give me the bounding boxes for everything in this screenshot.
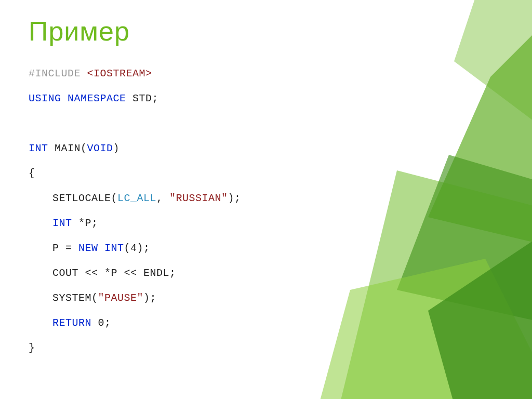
code-line-ptr-decl: int *p; <box>29 211 532 236</box>
int-keyword: int <box>29 142 48 154</box>
return-keyword: return <box>52 317 91 329</box>
system-call: system( <box>52 292 98 304</box>
setlocale-comma: , <box>156 192 169 204</box>
using-keyword: using <box>29 92 61 104</box>
slide: Пример #include <iostream> using namespa… <box>0 0 532 399</box>
setlocale-call: setlocale( <box>52 192 117 204</box>
new-keyword: new <box>78 242 98 254</box>
lc-all-macro: LC_ALL <box>117 192 156 204</box>
include-header: <iostream> <box>87 68 152 79</box>
code-line-using: using namespace std; <box>29 86 532 111</box>
code-block: #include <iostream> using namespace std;… <box>29 61 532 361</box>
void-keyword: void <box>87 142 113 154</box>
namespace-keyword: namespace <box>61 92 133 104</box>
include-directive: #include <box>29 68 87 79</box>
code-line-brace-close: } <box>29 336 532 361</box>
slide-title: Пример <box>29 16 532 47</box>
std-text: std; <box>132 92 158 104</box>
string-pause: "pause" <box>98 292 144 304</box>
cout-statement: cout << *p << endl; <box>29 261 176 286</box>
string-russian: "Russian" <box>169 192 228 204</box>
code-line-system: system("pause"); <box>29 286 532 311</box>
code-line-brace-open: { <box>29 161 532 186</box>
code-line-include: #include <iostream> <box>29 61 532 86</box>
return-value: 0; <box>91 317 111 329</box>
p-assign: p = <box>52 242 78 254</box>
main-close: ) <box>113 142 120 154</box>
ptr-declaration: *p; <box>72 217 98 229</box>
int-keyword-2: int <box>52 217 72 229</box>
code-line-blank <box>29 111 532 136</box>
code-line-return: return 0; <box>29 311 532 336</box>
new-int-keyword: int <box>98 242 124 254</box>
new-rest: (4); <box>124 242 150 254</box>
code-line-main: int main(void) <box>29 136 532 161</box>
system-end: ); <box>143 292 156 304</box>
code-line-new: p = new int(4); <box>29 236 532 261</box>
code-line-setlocale: setlocale(LC_ALL, "Russian"); <box>29 186 532 211</box>
code-line-cout: cout << *p << endl; <box>29 261 532 286</box>
main-text: main( <box>48 142 87 154</box>
setlocale-end: ); <box>228 192 241 204</box>
